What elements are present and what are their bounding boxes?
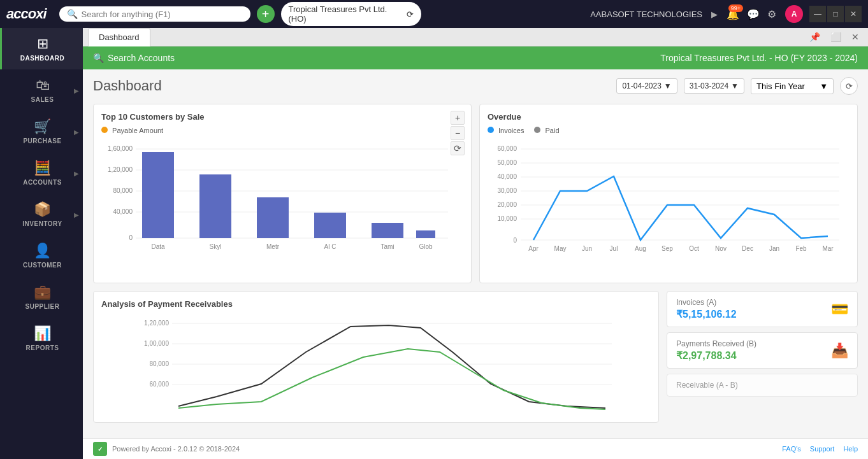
payments-stat-info: Payments Received (B) ₹2,97,788.34: [676, 339, 756, 362]
topbar: accoxi 🔍 + Tropical Treasures Pvt Ltd.(H…: [0, 0, 868, 28]
search-input[interactable]: [82, 10, 243, 19]
company-selector[interactable]: Tropical Treasures Pvt Ltd.(HO) ⟳: [281, 2, 421, 26]
svg-text:1,00,000: 1,00,000: [144, 340, 169, 347]
stats-panel: Invoices (A) ₹5,15,106.12 💳 Payments Rec…: [667, 291, 858, 423]
tab-controls: 📌 ⬜ ✕: [806, 31, 863, 43]
tab-bar: Dashboard 📌 ⬜ ✕: [83, 28, 868, 46]
refresh-chart-button[interactable]: ⟳: [451, 141, 465, 155]
svg-text:30,000: 30,000: [497, 187, 517, 194]
svg-rect-12: [257, 197, 289, 238]
svg-text:0: 0: [129, 234, 133, 241]
minimize-button[interactable]: —: [809, 6, 826, 22]
period-arrow: ▼: [820, 81, 828, 91]
purchase-label: PURCHASE: [23, 138, 61, 145]
zoom-in-button[interactable]: +: [451, 111, 465, 125]
sidebar-item-sales[interactable]: 🛍 SALES ▶: [0, 69, 83, 111]
paid-legend-label: Paid: [545, 127, 559, 134]
main-layout: ⊞ DASHBOARD 🛍 SALES ▶ 🛒 PURCHASE ▶ 🧮 ACC…: [0, 28, 868, 459]
payments-stat-card: Payments Received (B) ₹2,97,788.34 📥: [667, 332, 858, 369]
supplier-label: SUPPLIER: [25, 303, 59, 310]
charts-grid: Top 10 Customers by Sale Payable Amount …: [93, 104, 858, 283]
top10-customers-card: Top 10 Customers by Sale Payable Amount …: [93, 104, 472, 283]
faq-link[interactable]: FAQ's: [782, 445, 801, 453]
svg-text:20,000: 20,000: [497, 201, 517, 208]
support-link[interactable]: Support: [810, 445, 835, 453]
maximize-button[interactable]: □: [827, 6, 844, 22]
sidebar-item-supplier[interactable]: 💼 SUPPLIER: [0, 276, 83, 318]
svg-rect-11: [199, 174, 231, 238]
avatar[interactable]: A: [785, 5, 803, 23]
search-accounts-label: Search Accounts: [108, 53, 175, 63]
receivable-stat-label: Receivable (A - B): [676, 381, 738, 390]
close-button[interactable]: ✕: [845, 6, 862, 22]
purchase-icon: 🛒: [34, 118, 51, 135]
restore-tab-button[interactable]: ⬜: [827, 31, 845, 43]
topbar-right: AABASOFT TECHNOLOGIES ▶ 🔔 99+ 💬 ⚙ A: [590, 5, 803, 23]
svg-text:Sep: Sep: [662, 245, 673, 252]
green-header: 🔍 Search Accounts Tropical Treasures Pvt…: [83, 46, 868, 69]
help-link[interactable]: Help: [843, 445, 858, 453]
receivable-stat-card: Receivable (A - B): [667, 374, 858, 397]
refresh-icon[interactable]: ⟳: [407, 10, 414, 19]
payments-stat-icon: 📥: [831, 342, 848, 359]
overdue-line-chart: 60,000 50,000 40,000 30,000 20,000 10,00…: [488, 139, 850, 273]
search-bar[interactable]: 🔍: [59, 6, 250, 22]
invoices-stat-icon: 💳: [831, 301, 848, 318]
svg-text:60,000: 60,000: [149, 381, 169, 388]
invoices-stat-card: Invoices (A) ₹5,15,106.12 💳: [667, 291, 858, 327]
payment-line-chart: 1,20,000 1,00,000 80,000 60,000: [101, 314, 651, 413]
invoices-stat-value: ₹5,15,106.12: [676, 308, 737, 320]
payments-stat-label: Payments Received (B): [676, 339, 756, 348]
period-selector[interactable]: This Fin Year ▼: [751, 78, 834, 94]
sidebar-item-purchase[interactable]: 🛒 PURCHASE ▶: [0, 111, 83, 152]
svg-text:Oct: Oct: [689, 245, 699, 252]
svg-text:Feb: Feb: [795, 245, 807, 252]
window-controls: — □ ✕: [809, 6, 862, 22]
payment-chart-title: Analysis of Payment Receivables: [101, 299, 651, 309]
date-to-picker[interactable]: 31-03-2024 ▼: [684, 78, 744, 94]
svg-text:1,60,000: 1,60,000: [108, 145, 133, 152]
invoices-stat-label: Invoices (A): [676, 298, 737, 307]
notification-badge: 99+: [728, 4, 743, 12]
payment-receivables-card: Analysis of Payment Receivables 1,20,000…: [93, 291, 659, 423]
svg-text:50,000: 50,000: [497, 159, 517, 166]
sidebar-item-customer[interactable]: 👤 CUSTOMER: [0, 235, 83, 276]
svg-text:Apr: Apr: [528, 245, 539, 252]
search-accounts-icon: 🔍: [93, 53, 104, 63]
settings-icon[interactable]: ⚙: [767, 8, 776, 20]
sidebar-item-accounts[interactable]: 🧮 ACCOUNTS ▶: [0, 152, 83, 194]
svg-text:0: 0: [513, 237, 517, 244]
notification-icon[interactable]: 🔔 99+: [727, 8, 739, 20]
svg-text:40,000: 40,000: [497, 173, 517, 180]
search-accounts-button[interactable]: 🔍 Search Accounts: [93, 53, 175, 63]
accounts-arrow-icon: ▶: [74, 169, 79, 176]
supplier-icon: 💼: [34, 284, 51, 300]
dashboard-tab[interactable]: Dashboard: [88, 28, 150, 46]
overdue-card: Overdue Invoices Paid 60,000: [479, 104, 858, 283]
svg-text:Data: Data: [151, 243, 165, 250]
dashboard-refresh-button[interactable]: ⟳: [840, 77, 858, 95]
sales-label: SALES: [31, 96, 54, 103]
zoom-out-button[interactable]: −: [451, 126, 465, 140]
date-to-value: 31-03-2024: [690, 81, 728, 90]
svg-text:Glob: Glob: [419, 243, 433, 250]
overdue-chart-title: Overdue: [488, 112, 850, 122]
message-icon[interactable]: 💬: [747, 8, 760, 20]
svg-text:Nov: Nov: [715, 245, 727, 252]
svg-text:Jan: Jan: [769, 245, 779, 252]
svg-text:60,000: 60,000: [497, 145, 517, 152]
sidebar-item-dashboard[interactable]: ⊞ DASHBOARD: [0, 28, 83, 69]
inventory-icon: 📦: [34, 201, 51, 218]
top10-legend: Payable Amount: [101, 127, 463, 134]
sidebar-item-reports[interactable]: 📊 REPORTS: [0, 318, 83, 359]
pin-tab-button[interactable]: 📌: [806, 31, 824, 43]
date-from-picker[interactable]: 01-04-2023 ▼: [616, 78, 677, 94]
app-logo: accoxi: [6, 6, 47, 22]
company-header-title: Tropical Treasures Pvt Ltd. - HO (FY 202…: [660, 53, 858, 63]
invoices-stat-info: Invoices (A) ₹5,15,106.12: [676, 298, 737, 320]
close-tab-button[interactable]: ✕: [848, 31, 863, 43]
sidebar: ⊞ DASHBOARD 🛍 SALES ▶ 🛒 PURCHASE ▶ 🧮 ACC…: [0, 28, 83, 459]
add-button[interactable]: +: [257, 5, 275, 23]
invoices-legend-dot: [488, 127, 494, 133]
sidebar-item-inventory[interactable]: 📦 INVENTORY ▶: [0, 194, 83, 235]
